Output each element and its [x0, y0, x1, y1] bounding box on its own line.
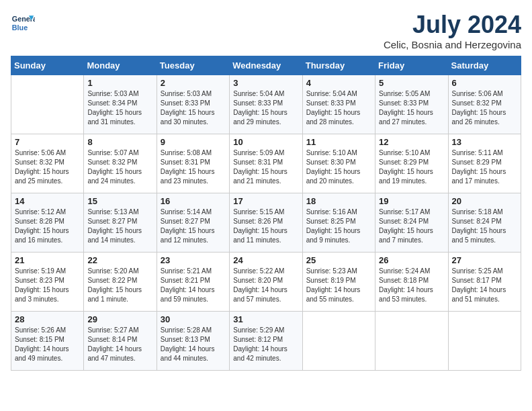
- weekday-header-cell: Sunday: [11, 56, 84, 75]
- day-info: Sunrise: 5:06 AM Sunset: 8:32 PM Dayligh…: [452, 89, 517, 127]
- calendar-cell: 15Sunrise: 5:13 AM Sunset: 8:27 PM Dayli…: [84, 193, 157, 253]
- day-info: Sunrise: 5:11 AM Sunset: 8:29 PM Dayligh…: [452, 148, 517, 186]
- day-info: Sunrise: 5:20 AM Sunset: 8:22 PM Dayligh…: [87, 267, 152, 304]
- weekday-header-cell: Monday: [84, 56, 157, 75]
- day-info: Sunrise: 5:25 AM Sunset: 8:17 PM Dayligh…: [452, 267, 517, 304]
- day-number: 3: [233, 78, 298, 88]
- header: General Blue July 2024 Celic, Bosnia and…: [11, 11, 521, 50]
- day-info: Sunrise: 5:09 AM Sunset: 8:31 PM Dayligh…: [233, 148, 298, 186]
- day-number: 9: [161, 137, 226, 147]
- day-info: Sunrise: 5:13 AM Sunset: 8:27 PM Dayligh…: [87, 208, 152, 245]
- calendar-cell: 20Sunrise: 5:18 AM Sunset: 8:24 PM Dayli…: [448, 193, 521, 253]
- day-number: 16: [161, 196, 226, 206]
- calendar-week-row: 21Sunrise: 5:19 AM Sunset: 8:23 PM Dayli…: [11, 253, 521, 312]
- calendar-cell: 30Sunrise: 5:28 AM Sunset: 8:13 PM Dayli…: [157, 312, 229, 371]
- calendar-cell: [11, 75, 84, 134]
- calendar-cell: [448, 312, 521, 371]
- day-number: 29: [87, 314, 152, 324]
- calendar-cell: 9Sunrise: 5:08 AM Sunset: 8:31 PM Daylig…: [157, 134, 229, 193]
- day-number: 6: [452, 78, 517, 88]
- logo: General Blue: [11, 11, 35, 35]
- day-info: Sunrise: 5:03 AM Sunset: 8:34 PM Dayligh…: [87, 89, 152, 127]
- calendar-week-row: 7Sunrise: 5:06 AM Sunset: 8:32 PM Daylig…: [11, 134, 521, 193]
- day-info: Sunrise: 5:27 AM Sunset: 8:14 PM Dayligh…: [87, 326, 152, 363]
- day-info: Sunrise: 5:14 AM Sunset: 8:27 PM Dayligh…: [161, 208, 226, 245]
- calendar-cell: 5Sunrise: 5:05 AM Sunset: 8:33 PM Daylig…: [375, 75, 448, 134]
- calendar-cell: 4Sunrise: 5:04 AM Sunset: 8:33 PM Daylig…: [302, 75, 375, 134]
- title-area: July 2024 Celic, Bosnia and Herzegovina: [384, 11, 521, 50]
- day-info: Sunrise: 5:16 AM Sunset: 8:25 PM Dayligh…: [306, 208, 371, 245]
- day-number: 15: [87, 196, 152, 206]
- day-number: 14: [15, 196, 80, 206]
- weekday-header-cell: Tuesday: [157, 56, 229, 75]
- calendar-cell: 3Sunrise: 5:04 AM Sunset: 8:33 PM Daylig…: [230, 75, 302, 134]
- calendar-cell: 10Sunrise: 5:09 AM Sunset: 8:31 PM Dayli…: [230, 134, 302, 193]
- calendar-cell: 1Sunrise: 5:03 AM Sunset: 8:34 PM Daylig…: [84, 75, 157, 134]
- month-title: July 2024: [384, 11, 521, 39]
- day-info: Sunrise: 5:26 AM Sunset: 8:15 PM Dayligh…: [15, 326, 80, 363]
- calendar-cell: 17Sunrise: 5:15 AM Sunset: 8:26 PM Dayli…: [230, 193, 302, 253]
- day-info: Sunrise: 5:10 AM Sunset: 8:30 PM Dayligh…: [306, 148, 371, 186]
- calendar-cell: 27Sunrise: 5:25 AM Sunset: 8:17 PM Dayli…: [448, 253, 521, 312]
- day-number: 24: [233, 255, 298, 265]
- calendar-cell: 16Sunrise: 5:14 AM Sunset: 8:27 PM Dayli…: [157, 193, 229, 253]
- day-number: 12: [379, 137, 444, 147]
- day-info: Sunrise: 5:03 AM Sunset: 8:33 PM Dayligh…: [161, 89, 226, 127]
- day-number: 30: [161, 314, 226, 324]
- day-number: 25: [306, 255, 371, 265]
- day-info: Sunrise: 5:17 AM Sunset: 8:24 PM Dayligh…: [379, 208, 444, 245]
- weekday-header-cell: Friday: [375, 56, 448, 75]
- day-number: 27: [452, 255, 517, 265]
- day-number: 22: [87, 255, 152, 265]
- day-number: 5: [379, 78, 444, 88]
- day-info: Sunrise: 5:29 AM Sunset: 8:12 PM Dayligh…: [233, 326, 298, 363]
- day-number: 19: [379, 196, 444, 206]
- calendar-body: 1Sunrise: 5:03 AM Sunset: 8:34 PM Daylig…: [11, 75, 521, 371]
- day-info: Sunrise: 5:19 AM Sunset: 8:23 PM Dayligh…: [15, 267, 80, 304]
- day-info: Sunrise: 5:10 AM Sunset: 8:29 PM Dayligh…: [379, 148, 444, 186]
- calendar-cell: 13Sunrise: 5:11 AM Sunset: 8:29 PM Dayli…: [448, 134, 521, 193]
- day-number: 13: [452, 137, 517, 147]
- calendar-cell: 14Sunrise: 5:12 AM Sunset: 8:28 PM Dayli…: [11, 193, 84, 253]
- day-info: Sunrise: 5:15 AM Sunset: 8:26 PM Dayligh…: [233, 208, 298, 245]
- weekday-header-cell: Saturday: [448, 56, 521, 75]
- calendar-cell: 19Sunrise: 5:17 AM Sunset: 8:24 PM Dayli…: [375, 193, 448, 253]
- day-info: Sunrise: 5:12 AM Sunset: 8:28 PM Dayligh…: [15, 208, 80, 245]
- calendar-cell: 22Sunrise: 5:20 AM Sunset: 8:22 PM Dayli…: [84, 253, 157, 312]
- day-number: 17: [233, 196, 298, 206]
- weekday-header-cell: Thursday: [302, 56, 375, 75]
- day-info: Sunrise: 5:08 AM Sunset: 8:31 PM Dayligh…: [161, 148, 226, 186]
- day-info: Sunrise: 5:22 AM Sunset: 8:20 PM Dayligh…: [233, 267, 298, 304]
- calendar-table: SundayMondayTuesdayWednesdayThursdayFrid…: [11, 56, 521, 371]
- day-info: Sunrise: 5:28 AM Sunset: 8:13 PM Dayligh…: [161, 326, 226, 363]
- day-number: 21: [15, 255, 80, 265]
- calendar-cell: 18Sunrise: 5:16 AM Sunset: 8:25 PM Dayli…: [302, 193, 375, 253]
- calendar-cell: 26Sunrise: 5:24 AM Sunset: 8:18 PM Dayli…: [375, 253, 448, 312]
- day-number: 7: [15, 137, 80, 147]
- day-number: 18: [306, 196, 371, 206]
- day-info: Sunrise: 5:24 AM Sunset: 8:18 PM Dayligh…: [379, 267, 444, 304]
- day-number: 26: [379, 255, 444, 265]
- calendar-week-row: 14Sunrise: 5:12 AM Sunset: 8:28 PM Dayli…: [11, 193, 521, 253]
- calendar-cell: 11Sunrise: 5:10 AM Sunset: 8:30 PM Dayli…: [302, 134, 375, 193]
- day-info: Sunrise: 5:06 AM Sunset: 8:32 PM Dayligh…: [15, 148, 80, 186]
- weekday-header-row: SundayMondayTuesdayWednesdayThursdayFrid…: [11, 56, 521, 75]
- calendar-cell: 25Sunrise: 5:23 AM Sunset: 8:19 PM Dayli…: [302, 253, 375, 312]
- calendar-cell: 12Sunrise: 5:10 AM Sunset: 8:29 PM Dayli…: [375, 134, 448, 193]
- day-info: Sunrise: 5:05 AM Sunset: 8:33 PM Dayligh…: [379, 89, 444, 127]
- day-info: Sunrise: 5:21 AM Sunset: 8:21 PM Dayligh…: [161, 267, 226, 304]
- calendar-cell: [375, 312, 448, 371]
- svg-text:Blue: Blue: [12, 24, 28, 32]
- day-info: Sunrise: 5:04 AM Sunset: 8:33 PM Dayligh…: [306, 89, 371, 127]
- day-number: 1: [87, 78, 152, 88]
- calendar-cell: 6Sunrise: 5:06 AM Sunset: 8:32 PM Daylig…: [448, 75, 521, 134]
- calendar-week-row: 1Sunrise: 5:03 AM Sunset: 8:34 PM Daylig…: [11, 75, 521, 134]
- calendar-cell: 29Sunrise: 5:27 AM Sunset: 8:14 PM Dayli…: [84, 312, 157, 371]
- location-title: Celic, Bosnia and Herzegovina: [384, 39, 521, 50]
- day-info: Sunrise: 5:23 AM Sunset: 8:19 PM Dayligh…: [306, 267, 371, 304]
- day-info: Sunrise: 5:18 AM Sunset: 8:24 PM Dayligh…: [452, 208, 517, 245]
- calendar-cell: [302, 312, 375, 371]
- calendar-cell: 21Sunrise: 5:19 AM Sunset: 8:23 PM Dayli…: [11, 253, 84, 312]
- calendar-week-row: 28Sunrise: 5:26 AM Sunset: 8:15 PM Dayli…: [11, 312, 521, 371]
- day-number: 4: [306, 78, 371, 88]
